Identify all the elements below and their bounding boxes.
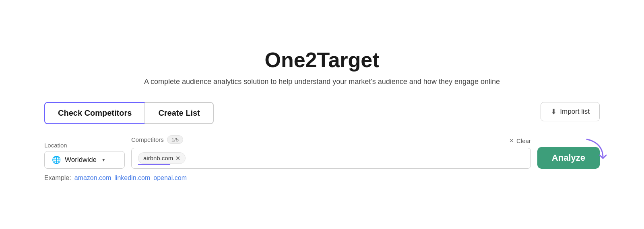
- location-field-group: Location 🌐 Worldwide ▾: [44, 142, 125, 169]
- arrow-container: Analyze: [537, 147, 600, 169]
- import-list-button[interactable]: ⬇ Import list: [541, 102, 600, 121]
- tab-create-list[interactable]: Create List: [145, 102, 213, 124]
- tag-remove-icon[interactable]: ✕: [175, 155, 180, 162]
- input-row: Location 🌐 Worldwide ▾ Competitors 1/5 ✕…: [44, 135, 600, 169]
- examples-label: Example:: [44, 174, 71, 182]
- clear-x-icon: ✕: [509, 137, 514, 144]
- example-link-linkedin[interactable]: linkedin.com: [114, 174, 150, 182]
- tabs-row: Check Competitors Create List: [44, 102, 214, 124]
- competitors-field-wrapper: Competitors 1/5 ✕ Clear airbnb.com ✕: [131, 135, 531, 169]
- example-link-openai[interactable]: openai.com: [153, 174, 187, 182]
- clear-button[interactable]: ✕ Clear: [509, 137, 531, 144]
- location-dropdown[interactable]: 🌐 Worldwide ▾: [44, 151, 125, 169]
- location-label: Location: [44, 142, 125, 149]
- example-link-amazon[interactable]: amazon.com: [74, 174, 111, 182]
- tag-value: airbnb.com: [143, 155, 173, 162]
- competitors-header-row: Competitors 1/5 ✕ Clear: [131, 135, 531, 146]
- import-button-label: Import list: [560, 108, 590, 116]
- import-icon: ⬇: [551, 107, 557, 116]
- controls-section: Check Competitors Create List ⬇ Import l…: [44, 102, 600, 124]
- competitors-count-badge: 1/5: [167, 135, 183, 144]
- page-title: One2Target: [44, 48, 600, 72]
- header-section: One2Target A complete audience analytics…: [44, 48, 600, 86]
- chevron-down-icon: ▾: [102, 157, 105, 163]
- competitors-input-box[interactable]: airbnb.com ✕: [131, 148, 531, 169]
- competitors-label: Competitors: [131, 136, 164, 143]
- clear-label: Clear: [516, 137, 531, 144]
- page-container: One2Target A complete audience analytics…: [20, 32, 624, 198]
- curved-arrow-icon: [583, 137, 607, 166]
- page-subtitle: A complete audience analytics solution t…: [44, 78, 600, 86]
- competitor-tag: airbnb.com ✕: [138, 152, 186, 164]
- location-value: Worldwide: [65, 156, 97, 164]
- examples-row: Example: amazon.com linkedin.com openai.…: [44, 174, 600, 182]
- globe-icon: 🌐: [52, 155, 61, 164]
- competitors-label-row: Competitors 1/5: [131, 135, 183, 144]
- tab-check-competitors[interactable]: Check Competitors: [44, 102, 145, 124]
- tag-underline: [138, 164, 170, 165]
